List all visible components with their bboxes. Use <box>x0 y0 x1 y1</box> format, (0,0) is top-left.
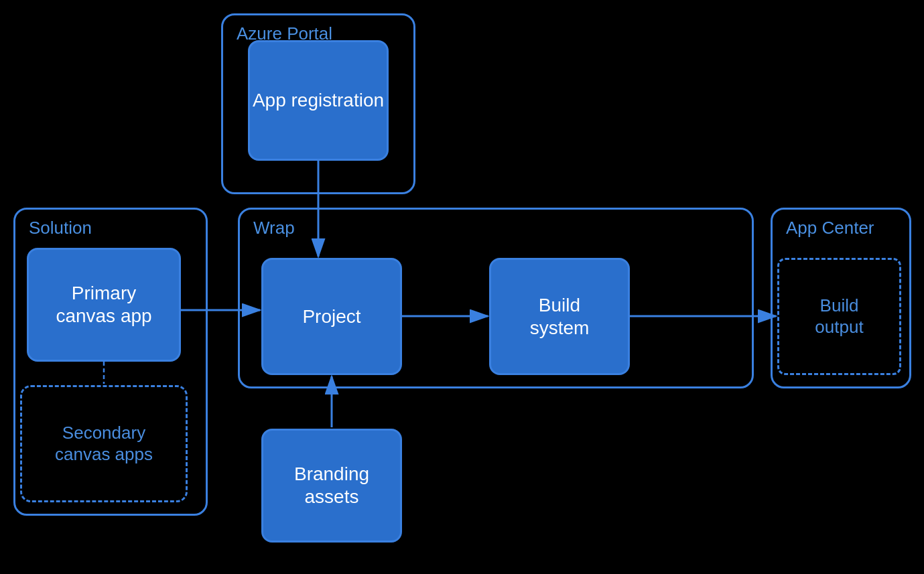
build-system-label: Buildsystem <box>530 294 590 339</box>
wrap-label: Wrap <box>253 218 295 238</box>
diagram: Azure Portal App registration Solution P… <box>0 0 924 574</box>
branding-assets-label: Brandingassets <box>294 463 369 508</box>
primary-canvas-app-label: Primarycanvas app <box>56 282 151 327</box>
app-center-label: App Center <box>786 218 874 238</box>
project-label: Project <box>302 305 360 328</box>
project-box: Project <box>261 258 402 375</box>
build-system-box: Buildsystem <box>489 258 630 375</box>
build-output-label: Buildoutput <box>815 295 863 337</box>
secondary-canvas-apps-label: Secondarycanvas apps <box>55 423 153 464</box>
primary-canvas-app-box: Primarycanvas app <box>27 248 181 362</box>
secondary-canvas-apps-box: Secondarycanvas apps <box>20 385 188 502</box>
branding-assets-box: Brandingassets <box>261 429 402 543</box>
app-registration-label: App registration <box>253 89 384 112</box>
build-output-box: Buildoutput <box>777 258 901 375</box>
solution-label: Solution <box>29 218 92 238</box>
app-registration-box: App registration <box>248 40 389 161</box>
